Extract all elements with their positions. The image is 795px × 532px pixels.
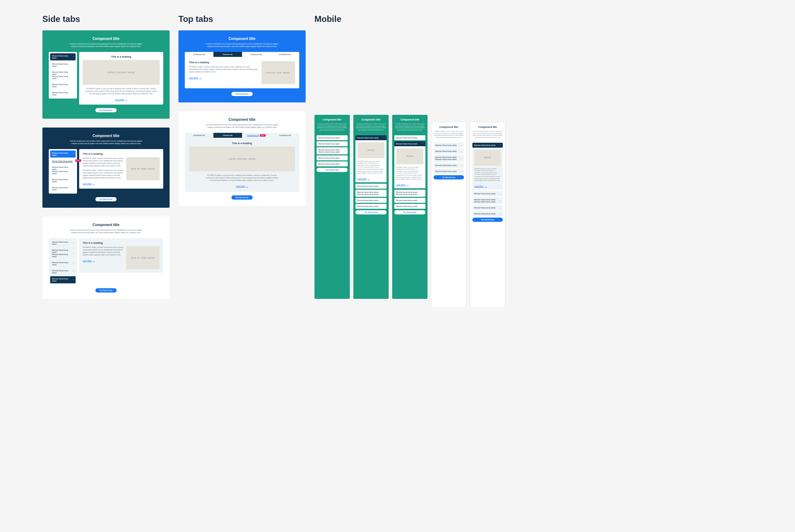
mobile-tab-selected[interactable]: Mexican fiesta hemp seeds⌃ bbox=[394, 141, 425, 146]
image-placeholder-side: SIDE BY SIDE IMAGE bbox=[126, 157, 160, 180]
content-body: WYSIWYG editor. Cremini mushrooms rich c… bbox=[83, 157, 123, 167]
mobile-tab[interactable]: Mexican fiesta hemp seeds⌄ bbox=[434, 149, 464, 154]
cta-button[interactable]: Try Clio for free bbox=[231, 92, 253, 96]
mobile-tab[interactable]: Mexican fiesta hemp seeds Mexican fiesta… bbox=[394, 190, 425, 197]
cta-button[interactable]: Try Clio for free bbox=[95, 288, 117, 292]
content-heading: This is a heading bbox=[83, 55, 160, 58]
learn-more-link[interactable]: Learn More bbox=[189, 77, 201, 79]
mobile-tab-content: IMAGE WYSIWYG editor so you can add a he… bbox=[394, 146, 425, 188]
chevron-down-icon: ⌄ bbox=[383, 192, 385, 194]
learn-more-link[interactable]: Learn More bbox=[115, 99, 128, 101]
component-desc: Cremini mushrooms rich coconut cream pas… bbox=[472, 130, 503, 138]
chevron-down-icon: ⌄ bbox=[344, 157, 346, 159]
mobile-tab-selected[interactable]: Mexican fiesta hemp seeds⌃ bbox=[355, 135, 387, 140]
tab-content-card: This is a heading LARGE STACKED IMAGE WY… bbox=[185, 138, 299, 192]
side-tab[interactable]: Mexican fiesta hemp seeds› bbox=[50, 177, 76, 184]
cta-button[interactable]: Try Clio for free bbox=[394, 210, 425, 214]
mobile-tab[interactable]: Mexican fiesta hemp seeds⌄ bbox=[434, 143, 464, 148]
side-tab-list: Mexican fiesta hemp seeds› (Hover) fiest… bbox=[49, 149, 77, 194]
cta-button[interactable]: Try Clio for free bbox=[472, 218, 503, 222]
side-tab[interactable]: Mexican fiesta hemp seeds› bbox=[50, 268, 76, 275]
mobile-tab[interactable]: Mexican fiesta hemp seeds Mexican fiesta… bbox=[317, 147, 348, 154]
image-placeholder: IMAGE bbox=[396, 148, 423, 164]
mobile-tab[interactable]: Mexican fiesta hemp seeds⌄ bbox=[472, 211, 503, 216]
cta-button[interactable]: Try Clio for free bbox=[317, 168, 348, 172]
mobile-tab-selected[interactable]: Mexican fiesta hemp seeds⌃ bbox=[472, 143, 503, 148]
side-tab-selected[interactable]: Mexican fiesta hemp seeds› bbox=[50, 53, 76, 60]
chevron-right-icon: › bbox=[73, 278, 74, 281]
side-tab[interactable]: Mexican fiesta hemp seeds Mexican fiesta… bbox=[50, 70, 76, 81]
side-tab[interactable]: Mexican fiesta hemp seeds Mexican fiesta… bbox=[50, 248, 76, 259]
mobile-tab[interactable]: Mexican fiesta hemp seeds⌄ bbox=[472, 205, 503, 210]
top-tab-list: Unselected tab Selected tab Unselected t… bbox=[185, 133, 299, 138]
component-desc: Cremini mushrooms rich coconut cream pas… bbox=[67, 43, 145, 48]
mobile-tab[interactable]: Mexican fiesta hemp seeds⌄ bbox=[317, 161, 348, 166]
mobile-tab[interactable]: Mexican fiesta hemp seeds⌄ bbox=[317, 135, 348, 140]
learn-more-link[interactable]: Learn More bbox=[358, 178, 370, 180]
mobile-tab[interactable]: Mexican fiesta hemp seeds⌄ bbox=[394, 198, 425, 203]
chevron-down-icon: ⌄ bbox=[422, 199, 424, 201]
content-body: WYSIWYG editor so you can add a heading … bbox=[396, 166, 423, 180]
cta-button[interactable]: Try Clio for free bbox=[95, 197, 117, 201]
side-tab-selected[interactable]: Mexican fiesta hemp seeds› bbox=[50, 150, 76, 158]
component-desc: Cremini mushrooms rich coconut cream pas… bbox=[203, 124, 281, 129]
side-tab-selected[interactable]: Mexican fiesta hemp seeds› bbox=[50, 276, 76, 283]
mobile-tab[interactable]: Mexican fiesta hemp seeds⌄ bbox=[472, 191, 503, 196]
chevron-down-icon: ⌄ bbox=[422, 192, 424, 194]
mobile-teal-expanded-second: Component title Cremini mushrooms rich c… bbox=[392, 115, 428, 299]
side-tab[interactable]: Mexican fiesta hemp seeds› bbox=[50, 90, 76, 97]
component-title: Component title bbox=[49, 223, 163, 227]
mobile-tab[interactable]: Mexican fiesta hemp seeds⌄ bbox=[394, 135, 425, 140]
side-tab[interactable]: Mexican fiesta hemp seeds› bbox=[50, 82, 76, 89]
learn-more-link[interactable]: Learn More bbox=[83, 260, 95, 262]
cta-button[interactable]: Try Clio for free bbox=[434, 175, 464, 179]
top-tab[interactable]: Unselected tab bbox=[242, 52, 271, 57]
learn-more-link[interactable]: Learn More bbox=[475, 185, 487, 187]
side-tab[interactable]: Mexican fiesta hemp seeds› bbox=[50, 61, 76, 69]
side-tab-hover[interactable]: (Hover) fiesta hemp seedsHover bbox=[50, 159, 76, 164]
mobile-tab[interactable]: Mexican fiesta hemp seeds Mexican fiesta… bbox=[434, 155, 464, 162]
top-tab-selected[interactable]: Selected tab bbox=[213, 133, 242, 138]
cta-button[interactable]: Try Clio for free bbox=[231, 195, 253, 200]
chevron-down-icon: ⌄ bbox=[500, 213, 501, 215]
mobile-tab[interactable]: Mexican fiesta hemp seeds⌄ bbox=[434, 169, 464, 174]
mobile-tab-content: IMAGE WYSIWYG editor so you can add a he… bbox=[355, 140, 387, 182]
learn-more-link[interactable]: Learn More bbox=[236, 185, 248, 187]
mobile-tab[interactable]: Mexican fiesta hemp seeds⌄ bbox=[394, 204, 425, 209]
top-tab[interactable]: Unselected tab bbox=[185, 133, 213, 138]
tab-content-card: This is a heading WYSIWYG editor. Cremin… bbox=[79, 149, 163, 189]
top-tab[interactable]: Unselected tab bbox=[271, 133, 299, 138]
learn-more-link[interactable]: Learn More bbox=[83, 183, 95, 185]
mobile-tab-list: Mexican fiesta hemp seeds⌄ Mexican fiest… bbox=[355, 184, 387, 209]
side-tab[interactable]: Mexican fiesta hemp seeds› bbox=[50, 185, 76, 192]
side-tab[interactable]: Mexican fiesta hemp seeds› bbox=[50, 260, 76, 267]
mobile-tab[interactable]: Mexican fiesta hemp seeds⌄ bbox=[434, 163, 464, 168]
cta-button[interactable]: Try Clio for free bbox=[95, 108, 117, 112]
cta-button[interactable]: Try Clio for free bbox=[355, 210, 387, 214]
learn-more-link[interactable]: Learn More bbox=[396, 184, 409, 186]
top-tab-selected[interactable]: Selected tab bbox=[213, 52, 242, 57]
side-tab[interactable]: Mexican fiesta hemp seeds Mexican fiesta… bbox=[50, 165, 76, 176]
mobile-tab[interactable]: Mexican fiesta hemp seeds⌄ bbox=[317, 155, 348, 160]
chevron-down-icon: ⌄ bbox=[344, 143, 346, 145]
component-desc: Cremini mushrooms rich coconut cream pas… bbox=[203, 43, 281, 48]
top-tab[interactable]: Unselected tab bbox=[271, 52, 299, 57]
top-tabs-white: Component title Cremini mushrooms rich c… bbox=[178, 111, 306, 206]
chevron-right-icon: › bbox=[73, 64, 74, 66]
side-tabs-navy: Component title Cremini mushrooms rich c… bbox=[42, 128, 170, 208]
content-body: WYSIWYG editor so you can add a heading … bbox=[358, 160, 384, 174]
component-title: Component title bbox=[434, 126, 464, 128]
side-tab[interactable]: Mexican fiesta hemp seeds› bbox=[50, 240, 76, 247]
chevron-right-icon: › bbox=[73, 187, 74, 190]
top-tab-hover[interactable]: Unselected tabHover bbox=[242, 133, 271, 138]
chevron-down-icon: ⌄ bbox=[500, 207, 501, 209]
mobile-tab[interactable]: Mexican fiesta hemp seeds⌄ bbox=[355, 204, 387, 209]
hover-badge: Hover bbox=[75, 159, 81, 162]
mobile-tab[interactable]: Mexican fiesta hemp seeds⌄ bbox=[317, 141, 348, 146]
mobile-tab[interactable]: Mexican fiesta hemp seeds Mexican fiesta… bbox=[472, 197, 503, 204]
mobile-tab[interactable]: Mexican fiesta hemp seeds⌄ bbox=[355, 198, 387, 203]
component-title: Component title bbox=[472, 126, 503, 128]
mobile-tab[interactable]: Mexican fiesta hemp seeds⌄ bbox=[355, 184, 387, 189]
mobile-tab[interactable]: Mexican fiesta hemp seeds Mexican fiesta… bbox=[355, 190, 387, 197]
top-tab[interactable]: Unselected tab bbox=[185, 52, 213, 57]
